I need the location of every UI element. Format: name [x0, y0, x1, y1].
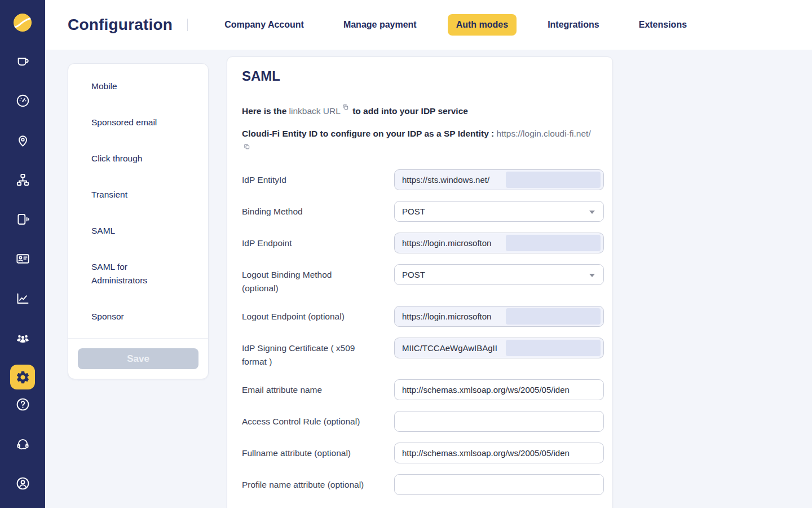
- header-tabs: Company AccountManage paymentAuth modesI…: [216, 14, 695, 36]
- fullname-attribute-optional-input[interactable]: [394, 443, 604, 463]
- field-control-idp-signing-certificate-x509-format: [394, 338, 604, 358]
- sidebar-item-coffee-cup[interactable]: [10, 49, 35, 73]
- field-row-idp-signing-certificate-x509-format: IdP Signing Certificate ( x509 format ): [242, 338, 598, 369]
- field-control-access-control-rule-optional: [394, 411, 604, 432]
- field-row-idp-entityid: IdP EntityId: [242, 169, 598, 190]
- copy-icon[interactable]: [244, 141, 250, 154]
- dashboard-gauge-icon: [15, 93, 30, 108]
- headset-icon: [15, 436, 30, 452]
- linkback-suffix: to add into your IDP service: [350, 106, 468, 116]
- field-row-email-attribute-name: Email attribute name: [242, 379, 598, 400]
- sidebar: [0, 0, 45, 508]
- sidebar-item-device-signal[interactable]: [10, 207, 35, 231]
- field-control-profile-name-attribute-optional: [394, 474, 604, 495]
- auth-modes-menu: MobileSponsored emailClick throughTransi…: [68, 64, 208, 335]
- account-circle-icon: [15, 476, 30, 491]
- sidebar-item-headset[interactable]: [10, 431, 35, 456]
- sidebar-item-dashboard-gauge[interactable]: [10, 88, 35, 113]
- saml-panel: SAML Here is the linkback URL to add int…: [227, 56, 613, 508]
- copy-icon[interactable]: [342, 101, 348, 115]
- field-label-profile-name-attribute-optional: Profile name attribute (optional): [242, 474, 394, 492]
- cloudi-fi-logo[interactable]: [12, 12, 33, 35]
- chevron-down-icon: [589, 274, 595, 277]
- binding-method-select[interactable]: POST: [394, 201, 604, 222]
- menu-item-click-through[interactable]: Click through: [68, 141, 208, 177]
- chevron-down-icon: [589, 211, 595, 214]
- device-signal-icon: [15, 212, 30, 227]
- field-row-idp-endpoint: IdP Endpoint: [242, 233, 598, 253]
- users-group-icon: [15, 330, 30, 345]
- field-row-profile-name-attribute-optional: Profile name attribute (optional): [242, 474, 598, 495]
- sidebar-item-line-chart[interactable]: [10, 286, 35, 310]
- network-sitemap-icon: [15, 172, 30, 187]
- idp-signing-certificate-x509-format-input[interactable]: [394, 338, 604, 358]
- entity-prefix: Cloudi-Fi Entity ID to configure on your…: [242, 129, 497, 138]
- field-control-email-attribute-name: [394, 379, 604, 400]
- field-label-fullname-attribute-optional: Fullname attribute (optional): [242, 443, 394, 460]
- menu-item-sponsor[interactable]: Sponsor: [68, 299, 208, 335]
- tab-auth-modes[interactable]: Auth modes: [448, 14, 517, 36]
- help-circle-icon: [15, 397, 30, 412]
- tab-integrations[interactable]: Integrations: [539, 14, 608, 36]
- tab-extensions[interactable]: Extensions: [630, 14, 695, 36]
- field-control-idp-endpoint: [394, 233, 604, 253]
- settings-gear-icon: [15, 370, 30, 385]
- field-label-logout-endpoint-optional: Logout Endpoint (optional): [242, 306, 394, 323]
- sidebar-item-settings-gear[interactable]: [10, 365, 35, 389]
- contact-card-icon: [15, 251, 30, 266]
- idp-entityid-input[interactable]: [394, 169, 604, 190]
- menu-item-mobile[interactable]: Mobile: [68, 68, 208, 104]
- content-area: MobileSponsored emailClick throughTransi…: [45, 50, 812, 508]
- field-control-fullname-attribute-optional: [394, 443, 604, 463]
- field-row-binding-method: Binding MethodPOST: [242, 201, 598, 222]
- field-row-logout-binding-method-optional: Logout Binding Method (optional)POST: [242, 264, 598, 295]
- field-label-idp-endpoint: IdP Endpoint: [242, 233, 394, 250]
- entity-url: https://login.cloudi-fi.net/: [497, 129, 591, 138]
- sidebar-item-help-circle[interactable]: [10, 392, 35, 417]
- sidebar-bottom-nav: [0, 392, 45, 496]
- logout-endpoint-optional-input[interactable]: [394, 306, 604, 327]
- tab-company-account[interactable]: Company Account: [216, 14, 312, 36]
- menu-item-saml-for-administrators[interactable]: SAML for Administrators: [68, 249, 208, 299]
- sidebar-item-account-circle[interactable]: [10, 471, 35, 496]
- line-chart-icon: [15, 291, 30, 306]
- field-label-idp-signing-certificate-x509-format: IdP Signing Certificate ( x509 format ): [242, 338, 394, 369]
- field-control-logout-binding-method-optional: POST: [394, 264, 604, 285]
- field-row-logout-endpoint-optional: Logout Endpoint (optional): [242, 306, 598, 327]
- save-button[interactable]: Save: [78, 348, 198, 369]
- title-divider: [187, 19, 188, 31]
- field-label-email-attribute-name: Email attribute name: [242, 379, 394, 397]
- field-row-access-control-rule-optional: Access Control Rule (optional): [242, 411, 598, 432]
- logout-binding-method-optional-value: POST: [402, 270, 425, 279]
- sidebar-item-network-sitemap[interactable]: [10, 167, 35, 192]
- menu-item-sponsored-email[interactable]: Sponsored email: [68, 104, 208, 141]
- sidebar-item-location-pin[interactable]: [10, 128, 35, 152]
- page-title: Configuration: [68, 16, 173, 34]
- field-label-idp-entityid: IdP EntityId: [242, 169, 394, 187]
- access-control-rule-optional-input[interactable]: [394, 411, 604, 432]
- field-control-idp-entityid: [394, 169, 604, 190]
- field-label-logout-binding-method-optional: Logout Binding Method (optional): [242, 264, 394, 295]
- menu-item-transient[interactable]: Transient: [68, 177, 208, 213]
- sidebar-nav: [0, 49, 45, 389]
- menu-item-saml[interactable]: SAML: [68, 213, 208, 249]
- profile-name-attribute-optional-input[interactable]: [394, 474, 604, 495]
- email-attribute-name-input[interactable]: [394, 379, 604, 400]
- sidebar-item-contact-card[interactable]: [10, 246, 35, 271]
- binding-method-value: POST: [402, 207, 425, 216]
- field-control-binding-method: POST: [394, 201, 604, 222]
- field-label-binding-method: Binding Method: [242, 201, 394, 218]
- field-row-fullname-attribute-optional: Fullname attribute (optional): [242, 443, 598, 463]
- linkback-url-link[interactable]: linkback URL: [289, 106, 341, 116]
- entity-id-text: Cloudi-Fi Entity ID to configure on your…: [242, 127, 592, 157]
- idp-endpoint-input[interactable]: [394, 233, 604, 253]
- field-control-logout-endpoint-optional: [394, 306, 604, 327]
- panel-title: SAML: [242, 68, 598, 84]
- location-pin-icon: [15, 133, 30, 148]
- top-header: Configuration Company AccountManage paym…: [45, 0, 812, 50]
- logout-binding-method-optional-select[interactable]: POST: [394, 264, 604, 285]
- linkback-prefix: Here is the: [242, 106, 289, 116]
- auth-modes-menu-card: MobileSponsored emailClick throughTransi…: [68, 63, 209, 379]
- tab-manage-payment[interactable]: Manage payment: [335, 14, 425, 36]
- sidebar-item-users-group[interactable]: [10, 325, 35, 350]
